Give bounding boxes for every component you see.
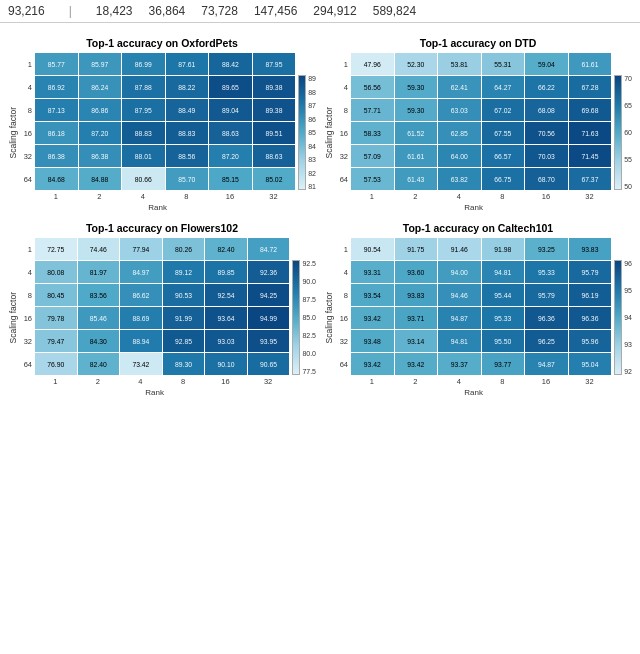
cell-oxfordpets-4-1: 86.38 bbox=[79, 145, 122, 167]
cell-flowers102-2-2: 86.62 bbox=[120, 284, 162, 306]
heatmap-dtd: 147.9652.3053.8155.3159.0461.61456.5659.… bbox=[336, 53, 611, 190]
chart-title-dtd: Top-1 accuracy on DTD bbox=[324, 37, 632, 49]
cell-caltech101-0-3: 91.98 bbox=[482, 238, 525, 260]
x-axis-caltech101: 12481632 bbox=[336, 377, 611, 386]
colorbar-tick-oxfordpets-1: 88 bbox=[308, 89, 316, 96]
x-label-oxfordpets-2: 4 bbox=[121, 192, 165, 201]
cell-dtd-3-1: 61.52 bbox=[395, 122, 438, 144]
cell-oxfordpets-4-2: 88.01 bbox=[122, 145, 165, 167]
cell-oxfordpets-4-4: 87.20 bbox=[209, 145, 252, 167]
x-label-caltech101-0: 1 bbox=[350, 377, 394, 386]
x-axis-oxfordpets: 12481632 bbox=[20, 192, 295, 201]
cell-oxfordpets-1-2: 87.88 bbox=[122, 76, 165, 98]
cell-caltech101-0-5: 93.83 bbox=[569, 238, 612, 260]
cell-caltech101-3-1: 93.71 bbox=[395, 307, 438, 329]
x-label-caltech101-5: 32 bbox=[568, 377, 612, 386]
heatmap-oxfordpets: 185.7785.9786.9987.6188.4287.95486.9286.… bbox=[20, 53, 295, 190]
cell-oxfordpets-5-2: 80.66 bbox=[122, 168, 165, 190]
x-label-caltech101-2: 4 bbox=[437, 377, 481, 386]
x-label-dtd-0: 1 bbox=[350, 192, 394, 201]
cell-flowers102-1-4: 89.85 bbox=[205, 261, 247, 283]
cell-dtd-0-3: 55.31 bbox=[482, 53, 525, 75]
colorbar-tick-caltech101-4: 92 bbox=[624, 368, 632, 375]
colorbar-ticks-caltech101: 9695949392 bbox=[624, 260, 632, 375]
x-label-caltech101-4: 16 bbox=[524, 377, 568, 386]
num-4: 147,456 bbox=[254, 4, 297, 18]
x-axis-dtd: 12481632 bbox=[336, 192, 611, 201]
cell-flowers102-4-4: 93.03 bbox=[205, 330, 247, 352]
colorbar-tick-caltech101-1: 95 bbox=[624, 287, 632, 294]
x-label-dtd-5: 32 bbox=[568, 192, 612, 201]
y-axis-label-caltech101: Scaling factor bbox=[324, 292, 334, 344]
cell-dtd-4-3: 66.57 bbox=[482, 145, 525, 167]
cell-dtd-5-1: 61.43 bbox=[395, 168, 438, 190]
colorbar-gradient-oxfordpets bbox=[298, 75, 306, 190]
cell-flowers102-0-4: 82.40 bbox=[205, 238, 247, 260]
cell-caltech101-2-0: 93.54 bbox=[351, 284, 394, 306]
row-label-dtd-5: 64 bbox=[336, 168, 350, 190]
chart-inner-flowers102: Scaling factor172.7574.4677.9480.2682.40… bbox=[8, 238, 316, 397]
cell-dtd-4-1: 61.61 bbox=[395, 145, 438, 167]
grid-wrap-flowers102: 172.7574.4677.9480.2682.4084.72480.0881.… bbox=[20, 238, 289, 397]
cell-caltech101-5-1: 93.42 bbox=[395, 353, 438, 375]
colorbar-tick-dtd-2: 60 bbox=[624, 129, 632, 136]
cell-dtd-4-5: 71.45 bbox=[569, 145, 612, 167]
x-axis-flowers102: 12481632 bbox=[20, 377, 289, 386]
cell-dtd-0-5: 61.61 bbox=[569, 53, 612, 75]
row-label-oxfordpets-5: 64 bbox=[20, 168, 34, 190]
cell-dtd-0-0: 47.96 bbox=[351, 53, 394, 75]
chart-panel-flowers102: Top-1 accuracy on Flowers102Scaling fact… bbox=[4, 216, 320, 401]
x-label-oxfordpets-0: 1 bbox=[34, 192, 78, 201]
row-label-caltech101-1: 4 bbox=[336, 261, 350, 283]
cell-oxfordpets-5-1: 84.88 bbox=[79, 168, 122, 190]
cell-caltech101-2-4: 95.79 bbox=[525, 284, 568, 306]
cell-dtd-5-3: 66.75 bbox=[482, 168, 525, 190]
cell-oxfordpets-2-4: 89.04 bbox=[209, 99, 252, 121]
cell-oxfordpets-5-5: 85.02 bbox=[253, 168, 296, 190]
cell-flowers102-4-1: 84.30 bbox=[78, 330, 120, 352]
row-label-caltech101-3: 16 bbox=[336, 307, 350, 329]
row-label-caltech101-2: 8 bbox=[336, 284, 350, 306]
row-label-flowers102-4: 32 bbox=[20, 330, 34, 352]
colorbar-gradient-flowers102 bbox=[292, 260, 300, 375]
cell-oxfordpets-0-4: 88.42 bbox=[209, 53, 252, 75]
colorbar-tick-caltech101-3: 93 bbox=[624, 341, 632, 348]
colorbar-tick-oxfordpets-4: 85 bbox=[308, 129, 316, 136]
cell-caltech101-2-2: 94.46 bbox=[438, 284, 481, 306]
row-label-dtd-1: 4 bbox=[336, 76, 350, 98]
grid-wrap-caltech101: 190.5491.7591.4691.9893.2593.83493.3193.… bbox=[336, 238, 611, 397]
cell-oxfordpets-5-0: 84.68 bbox=[35, 168, 78, 190]
cell-oxfordpets-1-3: 88.22 bbox=[166, 76, 209, 98]
colorbar-ticks-dtd: 7065605550 bbox=[624, 75, 632, 190]
cell-flowers102-3-1: 85.46 bbox=[78, 307, 120, 329]
cell-caltech101-3-0: 93.42 bbox=[351, 307, 394, 329]
colorbar-wrapper-flowers102: 92.590.087.585.082.580.077.5 bbox=[292, 260, 316, 375]
x-label-dtd-4: 16 bbox=[524, 192, 568, 201]
cell-flowers102-2-3: 90.53 bbox=[163, 284, 205, 306]
cell-flowers102-2-5: 94.25 bbox=[248, 284, 290, 306]
row-label-caltech101-0: 1 bbox=[336, 238, 350, 260]
cell-flowers102-1-0: 80.08 bbox=[35, 261, 77, 283]
cell-dtd-4-4: 70.03 bbox=[525, 145, 568, 167]
chart-inner-oxfordpets: Scaling factor185.7785.9786.9987.6188.42… bbox=[8, 53, 316, 212]
x-label-oxfordpets-5: 32 bbox=[252, 192, 296, 201]
cell-caltech101-4-4: 96.25 bbox=[525, 330, 568, 352]
colorbar-tick-caltech101-2: 94 bbox=[624, 314, 632, 321]
cell-caltech101-2-5: 96.19 bbox=[569, 284, 612, 306]
x-label-dtd-3: 8 bbox=[481, 192, 525, 201]
cell-caltech101-3-2: 94.87 bbox=[438, 307, 481, 329]
cell-caltech101-0-1: 91.75 bbox=[395, 238, 438, 260]
cell-dtd-2-3: 67.02 bbox=[482, 99, 525, 121]
colorbar-tick-oxfordpets-7: 82 bbox=[308, 170, 316, 177]
separator: | bbox=[69, 4, 72, 18]
cell-caltech101-5-0: 93.42 bbox=[351, 353, 394, 375]
cell-oxfordpets-5-4: 85.15 bbox=[209, 168, 252, 190]
x-label-dtd-1: 2 bbox=[394, 192, 438, 201]
chart-title-oxfordpets: Top-1 accuracy on OxfordPets bbox=[8, 37, 316, 49]
cell-flowers102-1-3: 89.12 bbox=[163, 261, 205, 283]
cell-dtd-2-0: 57.71 bbox=[351, 99, 394, 121]
row-label-dtd-3: 16 bbox=[336, 122, 350, 144]
cell-dtd-0-1: 52.30 bbox=[395, 53, 438, 75]
cell-flowers102-5-4: 90.10 bbox=[205, 353, 247, 375]
cell-caltech101-1-5: 95.79 bbox=[569, 261, 612, 283]
